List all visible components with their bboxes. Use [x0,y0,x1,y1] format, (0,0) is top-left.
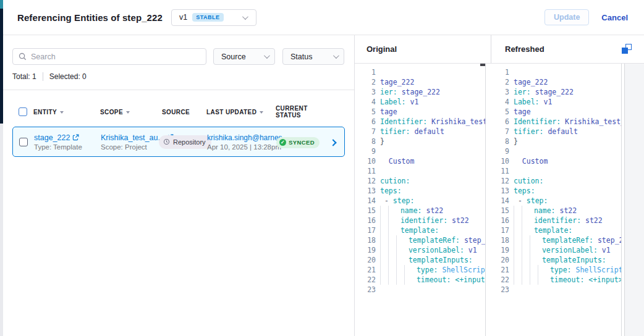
entity-cell: stage_222 Type: Template [34,133,101,151]
sidebar-teal-block [0,0,3,9]
status-badge: ✓ SYNCED [276,137,320,148]
code-line: 11 [498,166,621,176]
code-line: 6Identifier: Krishika_test_aut [355,117,485,127]
source-badge-label: Repository [173,138,206,146]
entity-type: Type: Template [34,143,101,151]
code-line: 14 - step: [498,196,621,206]
table-header: ENTITY SCOPE SOURCE LAST UPDATED [12,104,345,120]
status-filter-dropdown[interactable]: Status [282,48,344,65]
code-line: 13teps: [355,186,485,196]
select-all-checkbox[interactable] [19,107,27,116]
code-line: 3ier: stage_222 [498,87,621,97]
column-scope: SCOPE [100,109,162,116]
search-input[interactable] [31,52,200,61]
code-line: 17 template: [355,225,485,235]
modal-body: Source Status Total: 1 Selected: 0 [3,35,644,336]
code-line: 18 templateRef: step_222 [355,235,485,245]
code-line: 10 Custom [355,156,485,166]
code-line: 5tage [355,107,485,117]
version-dropdown[interactable]: v1 STABLE [171,9,256,26]
code-line: 1 [498,67,621,77]
refreshed-title: Refreshed [505,44,544,54]
row-checkbox[interactable] [19,138,28,146]
sort-icon[interactable] [126,110,130,114]
updated-by-link[interactable]: krishika.singh@harnes... [207,133,276,142]
update-button[interactable]: Update [544,9,589,25]
totals-divider [43,72,43,81]
code-line: 15 name: st22 [498,206,621,216]
code-line: 19 versionLabel: v1 [355,245,485,255]
diff-header: Original Refreshed [355,35,644,64]
code-line: 18 templateRef: step_222 [498,235,621,245]
code-line: 4Label: v1 [355,97,485,107]
code-line: 16 identifier: st22 [498,216,621,225]
refreshed-header: Refreshed [491,35,644,63]
code-line: 1 [355,67,485,77]
sort-icon[interactable] [60,110,64,114]
screen: Referencing Entities of step_222 v1 STAB… [0,0,644,336]
code-line: 9 [355,146,485,156]
row-expand-chevron[interactable] [331,136,339,148]
scope-link[interactable]: Krishika_test_au... [101,133,163,142]
code-line: 23 [498,285,621,295]
code-line: 7tifier: default [498,127,621,136]
diff-pane: Original Refreshed 12tage_2223ier: stage… [355,35,644,336]
cancel-button[interactable]: Cancel [601,13,628,22]
code-line: 13teps: [498,186,621,196]
pane-divider [3,90,354,90]
code-line: 21 type: ShellScript [498,265,621,275]
filter-toolbar: Source Status [12,48,345,65]
scope-sub: Scope: Project [101,143,163,151]
entity-name: stage_222 [34,133,70,142]
original-title: Original [366,44,397,54]
code-panel-refreshed[interactable]: 12tage_2223ier: stage_2224Label: v15tage… [498,64,622,336]
background-sidebar-sliver [0,0,3,336]
column-current-status-label: CURRENT STATUS [276,105,330,119]
code-line: 16 identifier: st22 [355,216,485,225]
column-last-updated-label: LAST UPDATED [206,109,256,116]
status-label: SYNCED [289,139,315,146]
column-entity-label: ENTITY [33,109,57,116]
chevron-down-icon [264,52,270,59]
code-panel-original[interactable]: 12tage_2223ier: stage_2224Label: v15tage… [355,64,486,336]
sort-icon[interactable] [260,110,263,114]
modal-header: Referencing Entities of step_222 v1 STAB… [3,0,644,35]
referencing-entities-modal: Referencing Entities of step_222 v1 STAB… [3,0,644,336]
code-line: 15 name: st22 [355,206,485,216]
column-last-updated: LAST UPDATED [206,109,276,116]
updated-at: Apr 10, 2025 | 13:28pm [207,143,276,151]
code-line: 7tifier: default [355,127,485,136]
code-line: 20 templateInputs: [498,255,621,265]
scope-cell: Krishika_test_au... Scope: Project [101,133,163,151]
code-line: 5tage [498,107,621,117]
source-filter-dropdown[interactable]: Source [213,48,275,65]
column-source-label: SOURCE [162,109,190,116]
total-count: Total: 1 [12,72,36,81]
sidebar-light-block [0,124,3,336]
version-label: v1 [179,13,187,22]
entity-link[interactable]: stage_222 [34,133,101,142]
search-icon [19,52,27,61]
source-badge: Repository [159,135,211,149]
column-source: SOURCE [162,109,206,116]
search-box[interactable] [12,48,206,65]
totals-row: Total: 1 Selected: 0 [12,72,345,81]
repository-icon [163,138,170,145]
copy-icon[interactable] [621,44,632,54]
chevron-down-icon [242,14,248,20]
code-line: 12cution: [355,176,485,186]
code-line: 2tage_222 [498,77,621,87]
code-line: 9 [498,146,621,156]
code-line: 8} [355,136,485,146]
code-line: 22 timeout: <+input> [355,275,485,285]
code-line: 12cution: [498,176,621,186]
chevron-right-icon [329,139,336,146]
code-line: 2tage_222 [355,77,485,87]
code-line: 20 templateInputs: [355,255,485,265]
code-line: 14 - step: [355,196,485,206]
status-cell: ✓ SYNCED [276,135,331,148]
check-circle-icon: ✓ [279,139,286,146]
table-row[interactable]: stage_222 Type: Template Krishika_test_a… [12,127,345,157]
horizontal-scrollbar-thumb[interactable] [480,64,486,66]
code-line: 3ier: stage_222 [355,87,485,97]
